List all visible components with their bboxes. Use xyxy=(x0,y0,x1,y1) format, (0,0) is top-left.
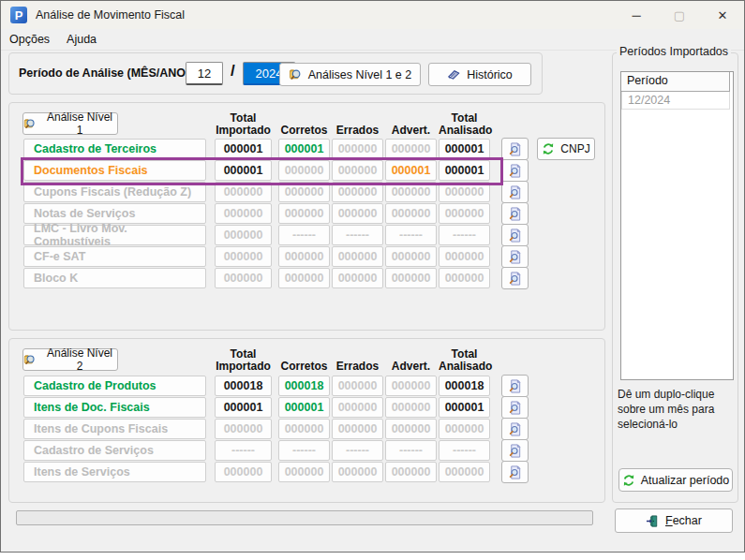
atualizar-periodo-button[interactable]: Atualizar período xyxy=(618,468,733,492)
row-label: CF-e SAT xyxy=(23,246,206,267)
document-search-icon xyxy=(508,250,522,264)
header-advert: Advert. xyxy=(385,125,437,139)
value-total-importado: 000001 xyxy=(215,397,272,418)
preview-button[interactable] xyxy=(501,418,529,440)
book-icon xyxy=(447,67,461,81)
close-icon: ✕ xyxy=(718,8,728,22)
refresh-icon xyxy=(622,474,635,487)
row-label: Notas de Serviços xyxy=(23,203,206,224)
row-label: Documentos Fiscais xyxy=(23,160,206,181)
value-total-analisado: 000000 xyxy=(439,419,490,439)
table-row: Itens de Serviços 000000 000000 000000 0… xyxy=(23,462,529,482)
month-input[interactable] xyxy=(186,62,223,85)
value-corretos: 000001 xyxy=(278,397,330,418)
value-advert: 000000 xyxy=(385,139,437,159)
preview-button[interactable] xyxy=(501,267,529,289)
fechar-button[interactable]: Fechar xyxy=(615,508,733,533)
value-total-analisado: 000018 xyxy=(439,376,490,396)
value-total-analisado: 000001 xyxy=(439,397,490,418)
value-total-analisado: ------ xyxy=(439,225,490,245)
value-errados: 000000 xyxy=(332,182,383,202)
window-title: Análise de Movimento Fiscal xyxy=(36,8,185,22)
level2-panel: Análise Nível 2 Total Importado Corretos… xyxy=(8,338,605,503)
preview-button[interactable] xyxy=(501,375,529,397)
document-search-icon xyxy=(508,142,522,156)
cnpj-button[interactable]: CNPJ xyxy=(537,138,595,160)
value-total-importado: 000000 xyxy=(215,182,272,202)
preview-button[interactable] xyxy=(501,245,529,268)
document-search-icon xyxy=(508,164,522,178)
row-label: LMC - Livro Mov. Combustíveis xyxy=(23,225,206,245)
table-row: Cadastro de Terceiros 000001 000001 0000… xyxy=(23,139,595,159)
period-separator: / xyxy=(231,62,235,81)
search-folder-icon xyxy=(289,67,303,81)
header-total-analisado: Total Analisado xyxy=(439,112,490,139)
value-total-importado: 000000 xyxy=(215,419,272,439)
imported-periods-panel: Períodos Importados Período 12/2024 Dê u… xyxy=(612,52,738,503)
value-advert: 000000 xyxy=(385,376,437,396)
value-corretos: 000000 xyxy=(278,182,330,202)
value-total-importado: 000000 xyxy=(215,246,272,267)
table-row: Bloco K 000000 000000 000000 000000 0000… xyxy=(23,268,595,288)
imported-periods-title: Períodos Importados xyxy=(617,45,731,58)
close-button[interactable]: ✕ xyxy=(701,1,744,29)
periods-listbox[interactable]: Período 12/2024 xyxy=(620,71,734,380)
history-button-label: Histórico xyxy=(467,68,513,81)
preview-button[interactable] xyxy=(501,396,529,419)
analyses-level-1-2-button[interactable]: Análises Nível 1 e 2 xyxy=(279,63,421,86)
value-total-importado: 000001 xyxy=(215,160,272,181)
preview-button[interactable] xyxy=(501,439,529,462)
preview-button[interactable] xyxy=(501,461,529,483)
preview-button[interactable] xyxy=(501,181,529,203)
value-advert: 000000 xyxy=(385,397,437,418)
value-total-analisado: 000000 xyxy=(439,268,490,288)
value-total-importado: ------ xyxy=(215,440,272,461)
value-corretos: 000001 xyxy=(278,139,330,159)
value-corretos: 000000 xyxy=(278,246,330,267)
header-total-importado: Total Importado xyxy=(215,112,272,139)
double-click-hint: Dê um duplo-clique sobre um mês para sel… xyxy=(618,387,737,432)
value-errados: ------ xyxy=(332,225,383,245)
preview-button[interactable] xyxy=(501,202,529,225)
period-list-item[interactable]: 12/2024 xyxy=(621,92,730,110)
value-total-importado: 000000 xyxy=(215,225,272,245)
document-search-icon xyxy=(508,379,522,393)
value-total-analisado: 000000 xyxy=(439,462,490,482)
maximize-icon: ▢ xyxy=(674,8,685,22)
value-total-importado: 000000 xyxy=(215,462,272,482)
minimize-button[interactable]: ─ xyxy=(615,1,658,29)
value-errados: 000000 xyxy=(332,376,383,396)
level2-rows: Cadastro de Produtos 000018 000018 00000… xyxy=(23,376,529,483)
history-button[interactable]: Histórico xyxy=(428,63,531,86)
value-total-importado: 000000 xyxy=(215,203,272,224)
value-advert: 000000 xyxy=(385,182,437,202)
table-row: Cadastro de Produtos 000018 000018 00000… xyxy=(23,376,529,396)
level1-header-row: Total Importado Corretos Errados Advert.… xyxy=(23,105,490,139)
preview-button[interactable] xyxy=(501,224,529,246)
header-errados: Errados xyxy=(332,125,383,139)
preview-button[interactable] xyxy=(501,159,529,182)
value-corretos: 000000 xyxy=(278,203,330,224)
row-label: Cadastro de Produtos xyxy=(23,376,206,396)
header-corretos: Corretos xyxy=(278,125,330,139)
table-row: Documentos Fiscais 000001 000000 000000 … xyxy=(23,160,595,181)
document-search-icon xyxy=(508,272,522,286)
row-label: Cadastro de Serviços xyxy=(23,440,206,461)
maximize-button[interactable]: ▢ xyxy=(658,1,701,29)
periods-column-header[interactable]: Período xyxy=(621,72,730,92)
value-advert: ------ xyxy=(385,225,437,245)
row-label: Itens de Doc. Fiscais xyxy=(23,397,206,418)
menu-ajuda[interactable]: Ajuda xyxy=(58,30,105,49)
row-label: Itens de Serviços xyxy=(23,462,206,482)
value-corretos: 000018 xyxy=(278,376,330,396)
value-corretos: 000000 xyxy=(278,268,330,288)
value-corretos: 000000 xyxy=(278,462,330,482)
header-total-analisado: Total Analisado xyxy=(439,348,490,375)
value-total-analisado: 000001 xyxy=(439,160,490,181)
menu-opcoes[interactable]: Opções xyxy=(1,30,58,49)
value-total-analisado: 000000 xyxy=(439,203,490,224)
exit-door-icon xyxy=(646,514,660,528)
value-total-importado: 000001 xyxy=(215,139,272,159)
value-advert: 000000 xyxy=(385,419,437,439)
preview-button[interactable] xyxy=(501,138,529,160)
